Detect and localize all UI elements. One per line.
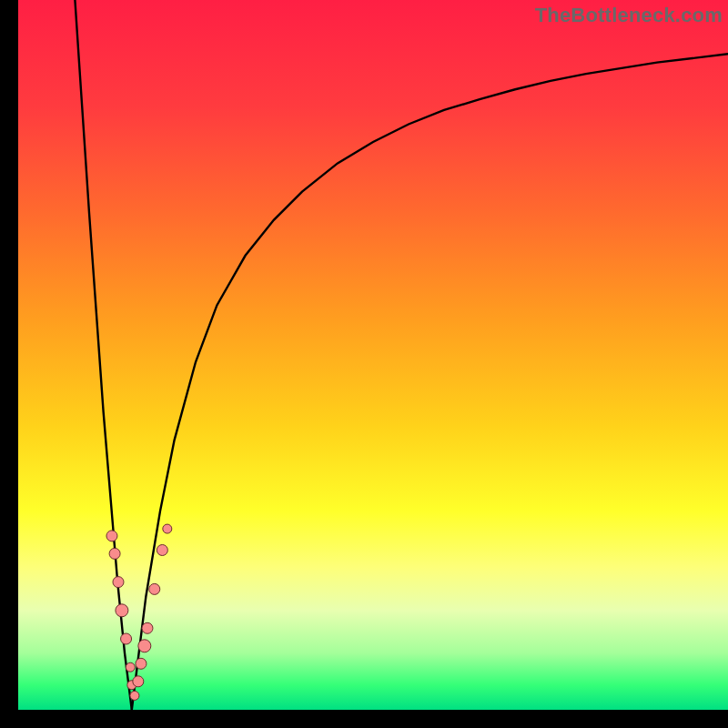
data-marker [116, 604, 128, 617]
data-marker [130, 691, 139, 700]
watermark-label: TheBottleneck.com [535, 4, 723, 27]
data-marker [133, 676, 144, 687]
data-marker [142, 622, 153, 633]
chart-frame: TheBottleneck.com [18, 0, 728, 710]
data-marker [163, 524, 172, 533]
data-marker [149, 583, 160, 594]
bottleneck-chart [18, 0, 728, 710]
data-marker [136, 658, 147, 669]
data-marker [157, 545, 167, 556]
data-marker [126, 662, 135, 672]
data-marker [113, 577, 124, 588]
data-marker [138, 640, 151, 652]
data-marker [106, 531, 117, 541]
data-marker [121, 633, 132, 644]
data-marker [109, 548, 120, 559]
gradient-background [18, 0, 728, 710]
